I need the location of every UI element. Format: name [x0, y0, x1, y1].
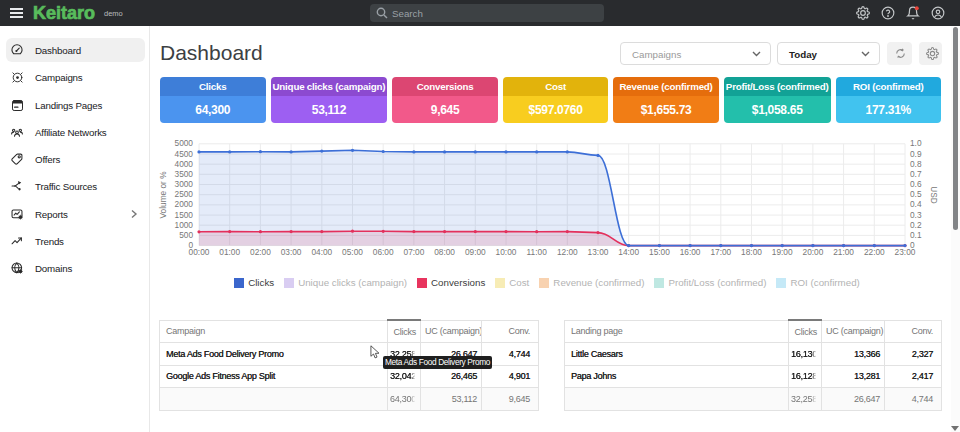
- svg-text:14:00: 14:00: [618, 247, 639, 257]
- svg-text:20:00: 20:00: [803, 247, 824, 257]
- svg-text:USD: USD: [929, 186, 939, 204]
- svg-text:0.8: 0.8: [910, 159, 922, 169]
- svg-text:01:00: 01:00: [219, 247, 240, 257]
- svg-text:12:00: 12:00: [557, 247, 578, 257]
- svg-text:02:00: 02:00: [250, 247, 271, 257]
- svg-text:0.3: 0.3: [910, 210, 922, 220]
- svg-text:0.2: 0.2: [910, 220, 922, 230]
- svg-text:22:00: 22:00: [864, 247, 885, 257]
- svg-text:18:00: 18:00: [741, 247, 762, 257]
- svg-text:4500: 4500: [175, 149, 194, 159]
- svg-text:0.1: 0.1: [910, 230, 922, 240]
- svg-text:03:00: 03:00: [281, 247, 302, 257]
- svg-text:3000: 3000: [175, 179, 194, 189]
- svg-text:5000: 5000: [175, 138, 194, 148]
- svg-text:2000: 2000: [175, 199, 194, 209]
- svg-text:1.0: 1.0: [910, 138, 922, 148]
- svg-text:2500: 2500: [175, 189, 194, 199]
- svg-text:17:00: 17:00: [710, 247, 731, 257]
- svg-text:500: 500: [179, 230, 193, 240]
- svg-text:11:00: 11:00: [527, 247, 548, 257]
- svg-text:09:00: 09:00: [465, 247, 486, 257]
- svg-text:0.7: 0.7: [910, 169, 922, 179]
- svg-text:1000: 1000: [175, 220, 194, 230]
- svg-text:04:00: 04:00: [311, 247, 332, 257]
- svg-text:19:00: 19:00: [772, 247, 793, 257]
- svg-text:06:00: 06:00: [373, 247, 394, 257]
- svg-text:05:00: 05:00: [342, 247, 363, 257]
- svg-text:Volume or %: Volume or %: [158, 171, 168, 219]
- svg-text:00:00: 00:00: [189, 247, 210, 257]
- svg-text:0.9: 0.9: [910, 149, 922, 159]
- svg-text:21:00: 21:00: [833, 247, 854, 257]
- svg-text:1500: 1500: [175, 210, 194, 220]
- svg-text:0.5: 0.5: [910, 189, 922, 199]
- svg-text:16:00: 16:00: [680, 247, 701, 257]
- svg-text:10:00: 10:00: [496, 247, 517, 257]
- svg-text:08:00: 08:00: [434, 247, 455, 257]
- svg-text:4000: 4000: [175, 159, 194, 169]
- svg-text:13:00: 13:00: [588, 247, 609, 257]
- svg-text:0.6: 0.6: [910, 179, 922, 189]
- svg-text:0.4: 0.4: [910, 199, 922, 209]
- svg-text:15:00: 15:00: [649, 247, 670, 257]
- svg-text:07:00: 07:00: [404, 247, 425, 257]
- svg-text:23:00: 23:00: [895, 247, 916, 257]
- svg-text:3500: 3500: [175, 169, 194, 179]
